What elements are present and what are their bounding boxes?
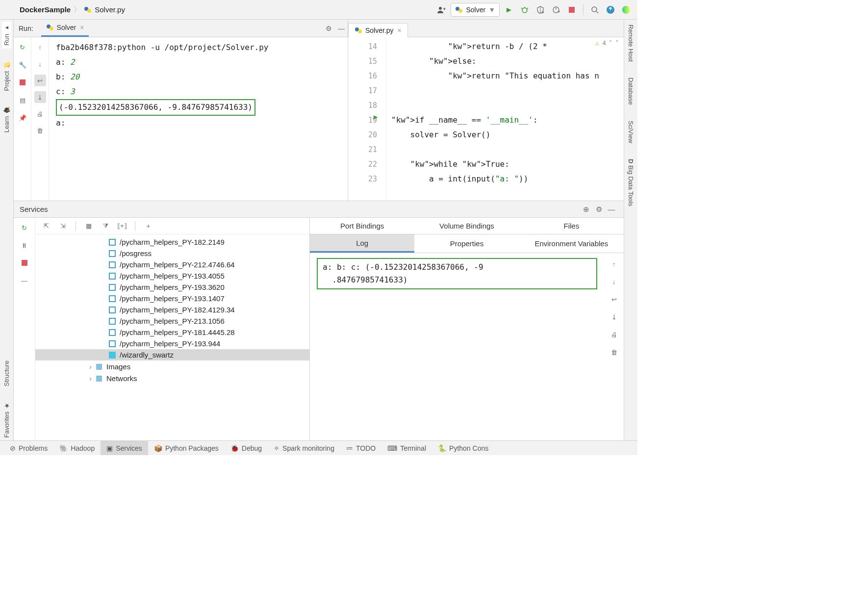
rerun-icon[interactable]: ↻ bbox=[17, 41, 28, 53]
bottom-tab-hadoop[interactable]: 🐘Hadoop bbox=[53, 441, 101, 455]
tab-log[interactable]: Log bbox=[310, 234, 414, 253]
editor-body[interactable]: 14151617181920212223 "kw">return -b / (2… bbox=[348, 37, 624, 201]
tab-env-vars[interactable]: Environment Variables bbox=[519, 234, 624, 253]
tree-container-item[interactable]: /pycharm_helpers_PY-212.4746.64 bbox=[35, 259, 309, 270]
tree-container-item[interactable]: /pycharm_helpers_PY-181.4445.28 bbox=[35, 327, 309, 338]
tree-category-item[interactable]: ›▦Networks bbox=[35, 372, 309, 384]
search-icon[interactable] bbox=[588, 3, 601, 16]
minus-icon[interactable]: — bbox=[19, 275, 30, 286]
ide-icon[interactable] bbox=[620, 3, 633, 16]
add-icon[interactable]: ＋ bbox=[142, 220, 154, 232]
run-title: Run: bbox=[19, 25, 33, 32]
breadcrumb-project[interactable]: DockerSample bbox=[20, 5, 71, 14]
bottom-tab-terminal[interactable]: ⌨Terminal bbox=[381, 441, 432, 455]
minimize-icon[interactable]: — bbox=[605, 203, 618, 216]
side-tab-project[interactable]: Project📁 bbox=[2, 58, 11, 94]
tree-container-item[interactable]: /pycharm_helpers_PY-182.4129.34 bbox=[35, 304, 309, 315]
tree-container-item[interactable]: /pycharm_helpers_PY-182.2149 bbox=[35, 236, 309, 248]
tree-container-item[interactable]: /pycharm_helpers_PY-193.4055 bbox=[35, 270, 309, 282]
wrap-icon[interactable]: ↩ bbox=[34, 75, 46, 86]
target-icon[interactable]: ⊕ bbox=[580, 203, 592, 216]
down-icon[interactable]: ↓ bbox=[608, 276, 620, 287]
tab-volume-bindings[interactable]: Volume Bindings bbox=[414, 218, 519, 234]
update-icon[interactable] bbox=[604, 3, 617, 16]
stop-icon[interactable] bbox=[17, 77, 28, 88]
tree-container-item[interactable]: /pycharm_helpers_PY-193.1407 bbox=[35, 293, 309, 304]
gear-icon[interactable]: ⚙ bbox=[322, 22, 335, 35]
tab-files[interactable]: Files bbox=[519, 218, 624, 234]
services-tabs-main: Port Bindings Volume Bindings Files bbox=[310, 218, 624, 234]
side-tab-learn[interactable]: Learn🎓 bbox=[2, 103, 11, 135]
code-area[interactable]: "kw">return -b / (2 * "kw">else: "kw">re… bbox=[386, 37, 624, 201]
side-tab-sciview[interactable]: SciView bbox=[626, 118, 635, 146]
side-tab-structure[interactable]: Structure bbox=[2, 358, 11, 389]
bottom-tab-services[interactable]: ▣Services bbox=[101, 441, 148, 455]
wrench-icon[interactable]: 🔧 bbox=[17, 59, 28, 71]
wrap-icon[interactable]: ↩ bbox=[608, 293, 620, 305]
breadcrumb-file[interactable]: Solver.py bbox=[95, 5, 125, 14]
trash-icon[interactable]: 🗑 bbox=[608, 346, 620, 358]
profile-button[interactable]: ▾ bbox=[550, 3, 562, 16]
print-icon[interactable]: 🖨 bbox=[608, 329, 620, 340]
run-config-selector[interactable]: Solver ▼ bbox=[451, 3, 500, 17]
tab-port-bindings[interactable]: Port Bindings bbox=[310, 218, 414, 234]
close-icon[interactable]: × bbox=[80, 24, 84, 31]
chevron-down-icon[interactable]: ˅ bbox=[615, 39, 619, 47]
print-icon[interactable]: 🖨 bbox=[34, 108, 46, 120]
bottom-tab-python-packages[interactable]: 📦Python Packages bbox=[148, 441, 225, 455]
gear-icon[interactable]: ⚙ bbox=[592, 203, 605, 216]
right-tool-stripe: Remote Host Database SciView D Big Data … bbox=[624, 20, 637, 440]
tree-container-item[interactable]: /posgress bbox=[35, 248, 309, 259]
side-tab-database[interactable]: Database bbox=[626, 75, 635, 108]
console-prompt: a: bbox=[56, 116, 341, 130]
bottom-tool-bar: ⊘Problems🐘Hadoop▣Services📦Python Package… bbox=[0, 440, 637, 455]
run-gutter-icon[interactable]: ▶ bbox=[374, 113, 378, 121]
collapse-icon[interactable]: ⇲ bbox=[57, 220, 69, 232]
filter-icon[interactable]: ⧩ bbox=[100, 220, 111, 232]
bottom-tab-debug[interactable]: 🐞Debug bbox=[225, 441, 268, 455]
stop-icon[interactable] bbox=[19, 257, 30, 269]
stop-button[interactable] bbox=[565, 3, 578, 16]
run-tab[interactable]: Solver × bbox=[41, 20, 89, 37]
group-icon[interactable]: ⟦+⟧ bbox=[116, 220, 128, 232]
pause-icon[interactable]: ⏸ bbox=[19, 239, 30, 251]
debug-button[interactable] bbox=[518, 3, 531, 16]
bottom-tab-todo[interactable]: ≔TODO bbox=[340, 441, 381, 455]
tree-container-item[interactable]: /pycharm_helpers_PY-193.3620 bbox=[35, 282, 309, 293]
tree-container-item[interactable]: /pycharm_helpers_PY-213.1056 bbox=[35, 315, 309, 327]
trash-icon[interactable]: 🗑 bbox=[34, 125, 46, 136]
minimize-icon[interactable]: — bbox=[335, 22, 348, 35]
grid-icon[interactable]: ▦ bbox=[83, 220, 95, 232]
side-tab-run[interactable]: Run▸ bbox=[2, 22, 11, 49]
down-icon[interactable]: ↓ bbox=[34, 58, 46, 70]
bottom-tab-python-cons[interactable]: 🐍Python Cons bbox=[432, 441, 494, 455]
log-output[interactable]: a: b: c: (-0.15232014258367066, -9 .8476… bbox=[310, 253, 604, 440]
side-tab-big-data[interactable]: D Big Data Tools bbox=[626, 156, 635, 209]
bottom-tab-spark-monitoring[interactable]: ✧Spark monitoring bbox=[268, 441, 340, 455]
tree-container-item[interactable]: /wizardly_swartz bbox=[35, 349, 309, 360]
scroll-end-icon[interactable]: ⤓ bbox=[608, 311, 620, 323]
services-tree[interactable]: /pycharm_helpers_PY-182.2149/posgress/py… bbox=[35, 234, 309, 440]
tab-properties[interactable]: Properties bbox=[414, 234, 519, 253]
bottom-tab-problems[interactable]: ⊘Problems bbox=[4, 441, 53, 455]
tree-container-item[interactable]: /pycharm_helpers_PY-193.944 bbox=[35, 338, 309, 349]
chevron-up-icon[interactable]: ˄ bbox=[609, 39, 612, 47]
console-output[interactable]: fba2b468f378:python -u /opt/project/Solv… bbox=[49, 37, 348, 201]
close-icon[interactable]: × bbox=[398, 26, 402, 34]
side-tab-favorites[interactable]: Favorites★ bbox=[2, 399, 11, 440]
add-user-icon[interactable]: ▾ bbox=[435, 3, 448, 16]
up-icon[interactable]: ↑ bbox=[608, 258, 620, 270]
rerun-icon[interactable]: ↻ bbox=[19, 222, 30, 233]
expand-icon[interactable]: ⇱ bbox=[40, 220, 52, 232]
side-tab-remote-host[interactable]: Remote Host bbox=[626, 22, 635, 65]
up-icon[interactable]: ↑ bbox=[34, 41, 46, 53]
tree-category-item[interactable]: ›▦Images bbox=[35, 360, 309, 372]
pin-icon[interactable]: 📌 bbox=[17, 112, 28, 124]
scroll-end-icon[interactable]: ⤓ bbox=[34, 91, 46, 103]
dropdown-icon: ▼ bbox=[488, 6, 495, 14]
editor-tab[interactable]: Solver.py × bbox=[348, 23, 408, 37]
layout-icon[interactable]: ▤ bbox=[17, 94, 28, 106]
inspection-badges[interactable]: ⚠ 4 ˄ ˅ bbox=[595, 39, 619, 47]
coverage-button[interactable] bbox=[534, 3, 547, 16]
run-button[interactable]: ▶ bbox=[503, 3, 515, 16]
